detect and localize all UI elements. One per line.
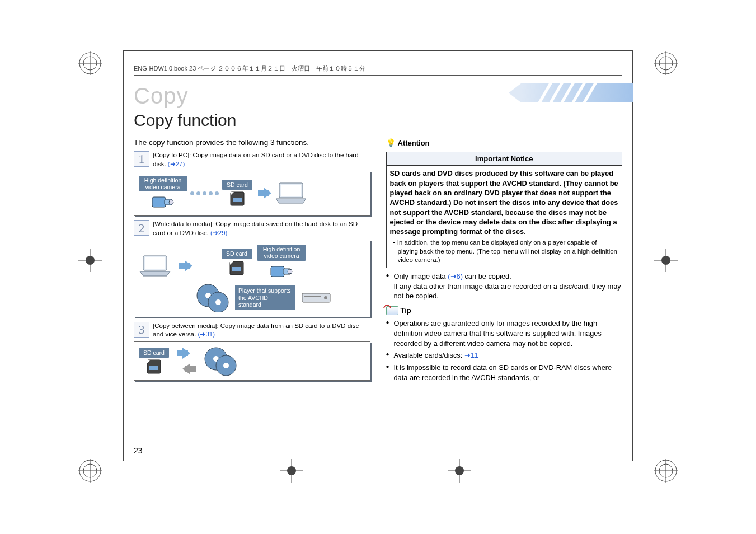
svg-rect-36 bbox=[145, 257, 165, 269]
page-ref-link[interactable]: ➜11 bbox=[464, 351, 478, 359]
laptop-icon bbox=[139, 255, 171, 277]
page-ref-link[interactable]: (➜6) bbox=[448, 272, 463, 280]
page-frame: ENG-HDW1.0.book 23 ページ ２００６年１１月２１日 火曜日 午… bbox=[123, 50, 633, 461]
step-1: 1 [Copy to PC]: Copy image data on an SD… bbox=[134, 151, 370, 168]
intro-text: The copy function provides the following… bbox=[134, 138, 370, 148]
crop-mark bbox=[654, 459, 678, 483]
page-number: 23 bbox=[134, 446, 143, 455]
diagram-copy-to-pc: High definition video camera SD card bbox=[134, 171, 370, 216]
dots-icon bbox=[190, 191, 219, 195]
crop-mark bbox=[78, 249, 102, 272]
laptop-icon bbox=[275, 182, 307, 204]
svg-rect-38 bbox=[232, 267, 241, 271]
arrow-right-icon bbox=[264, 188, 271, 199]
step-number: 1 bbox=[134, 151, 149, 167]
step-desc: [Copy between media]: Copy image data fr… bbox=[153, 322, 359, 338]
svg-rect-28 bbox=[152, 197, 166, 207]
tip-bullets: Operations are guaranteed only for image… bbox=[386, 318, 623, 382]
discs-icon bbox=[204, 346, 237, 376]
crop-mark bbox=[654, 249, 678, 272]
tip-icon bbox=[386, 306, 398, 315]
right-column: 💡 Attention Important Notice SD cards an… bbox=[386, 138, 623, 386]
crop-mark bbox=[654, 51, 678, 75]
player-icon bbox=[301, 290, 331, 306]
step-2: 2 [Write data to media]: Copy image data… bbox=[134, 220, 370, 237]
svg-rect-47 bbox=[304, 296, 321, 297]
attention-label: Attention bbox=[398, 138, 430, 148]
page-title: Copy function bbox=[134, 111, 622, 130]
bullet-item: Only image data (➜6) can be copied. If a… bbox=[386, 271, 623, 301]
svg-rect-50 bbox=[149, 366, 158, 370]
discs-icon bbox=[196, 283, 229, 312]
step-desc: [Write data to media]: Copy image data s… bbox=[153, 221, 358, 236]
arrow-right-icon bbox=[185, 260, 192, 271]
label-sd-card: SD card bbox=[222, 249, 252, 259]
crop-mark bbox=[448, 459, 471, 483]
svg-rect-39 bbox=[271, 266, 284, 277]
sdcard-icon bbox=[144, 359, 164, 374]
label-sd-card: SD card bbox=[222, 180, 252, 190]
label-avchd-player: Player that supports the AVCHD standard bbox=[235, 285, 295, 310]
page-ref-link[interactable]: (➜31) bbox=[198, 331, 215, 338]
tip-heading: Tip bbox=[386, 306, 623, 316]
chapter-title: Copy bbox=[134, 83, 622, 109]
notice-subnote: • In addition, the top menu can be displ… bbox=[390, 238, 619, 265]
notice-body: SD cards and DVD discs produced by this … bbox=[390, 169, 618, 236]
svg-point-45 bbox=[215, 299, 221, 305]
camera-icon bbox=[150, 193, 176, 210]
important-notice-box: Important Notice SD cards and DVD discs … bbox=[386, 152, 623, 268]
header-line: ENG-HDW1.0.book 23 ページ ２００６年１１月２１日 火曜日 午… bbox=[134, 64, 622, 78]
step-text: [Copy between media]: Copy image data fr… bbox=[153, 322, 370, 339]
step-number: 3 bbox=[134, 322, 149, 338]
step-text: [Write data to media]: Copy image data s… bbox=[153, 220, 370, 237]
svg-point-30 bbox=[169, 200, 173, 204]
label-hd-camera: High definition video camera bbox=[257, 245, 306, 260]
crop-mark bbox=[78, 459, 102, 483]
crop-mark bbox=[78, 51, 102, 75]
diagram-write-to-media: SD card High definition video camera bbox=[134, 240, 370, 317]
sdcard-icon bbox=[227, 260, 247, 276]
arrow-left-icon bbox=[182, 363, 190, 374]
page-ref-link[interactable]: (➜27) bbox=[168, 161, 185, 167]
svg-point-48 bbox=[324, 296, 327, 299]
bullet-item: It is impossible to record data on SD ca… bbox=[386, 363, 623, 382]
bullet-item: Operations are guaranteed only for image… bbox=[386, 318, 623, 348]
label-hd-camera: High definition video camera bbox=[139, 176, 187, 191]
svg-point-54 bbox=[223, 363, 229, 368]
arrow-right-icon bbox=[182, 348, 190, 359]
step-number: 2 bbox=[134, 220, 149, 236]
svg-rect-32 bbox=[233, 198, 242, 202]
sdcard-icon bbox=[227, 191, 247, 207]
crop-mark bbox=[280, 459, 303, 483]
notice-title: Important Notice bbox=[387, 152, 622, 166]
svg-rect-34 bbox=[281, 185, 301, 196]
diagram-copy-between-media: SD card bbox=[134, 341, 370, 381]
attention-heading: 💡 Attention bbox=[386, 138, 623, 148]
step-3: 3 [Copy between media]: Copy image data … bbox=[134, 322, 370, 339]
bullet-item: Available cards/discs: ➜11 bbox=[386, 350, 623, 360]
attention-bullets: Only image data (➜6) can be copied. If a… bbox=[386, 271, 623, 301]
label-sd-card: SD card bbox=[139, 348, 169, 358]
left-column: The copy function provides the following… bbox=[134, 138, 370, 386]
svg-point-41 bbox=[288, 269, 292, 274]
tip-label: Tip bbox=[401, 306, 411, 316]
step-text: [Copy to PC]: Copy image data on an SD c… bbox=[153, 151, 370, 168]
camera-icon bbox=[269, 262, 294, 280]
page-ref-link[interactable]: (➜29) bbox=[210, 229, 227, 236]
lightbulb-icon: 💡 bbox=[386, 138, 396, 148]
